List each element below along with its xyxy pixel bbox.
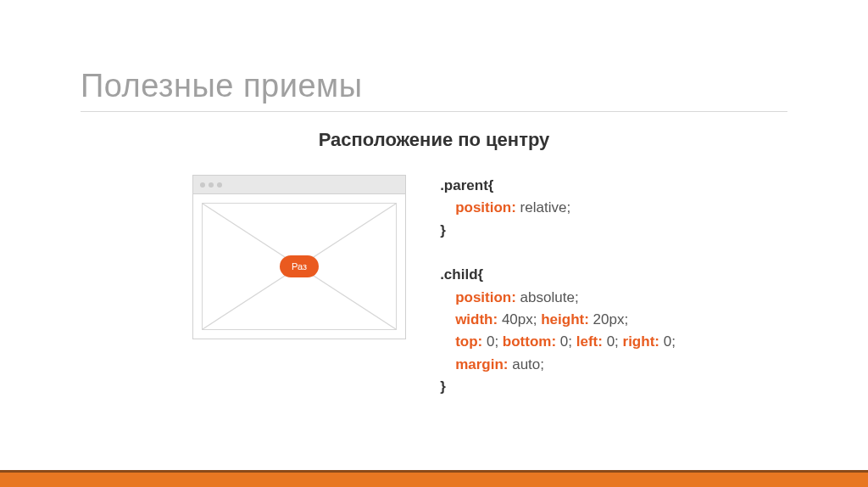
window-control-dot-icon xyxy=(217,182,222,188)
slide: Полезные приемы Расположение по центру Р… xyxy=(0,0,868,487)
code-line: } xyxy=(440,376,676,398)
css-prop: top: xyxy=(455,333,482,350)
css-val: 0; xyxy=(603,333,623,350)
css-prop: height: xyxy=(541,311,589,327)
brace-close: } xyxy=(440,222,446,238)
css-selector: .parent xyxy=(440,177,488,193)
brace-close: } xyxy=(440,378,446,395)
code-line: .child{ xyxy=(440,264,676,286)
css-val: 0; xyxy=(556,333,576,350)
css-val: relative; xyxy=(516,199,570,216)
css-selector: .child xyxy=(440,266,477,283)
window-control-dot-icon xyxy=(200,182,205,188)
css-prop: position: xyxy=(455,289,516,305)
css-val: 40px; xyxy=(498,311,541,327)
css-prop: bottom: xyxy=(503,333,556,350)
browser-mockup: Раз xyxy=(192,175,406,339)
css-prop: margin: xyxy=(455,356,508,372)
css-prop: position: xyxy=(455,199,516,216)
code-line: position: relative; xyxy=(440,197,676,219)
css-prop: left: xyxy=(576,333,603,350)
code-spacer xyxy=(440,242,676,264)
subtitle: Расположение по центру xyxy=(81,129,787,151)
css-val: 0; xyxy=(482,333,503,350)
code-line: top: 0; bottom: 0; left: 0; right: 0; xyxy=(440,331,676,353)
footer-accent-bar xyxy=(0,470,868,487)
css-val: absolute; xyxy=(516,289,579,305)
page-title: Полезные приемы xyxy=(81,68,787,112)
css-val: 20px; xyxy=(589,311,628,327)
code-line: } xyxy=(440,220,676,242)
brace-open: { xyxy=(478,266,484,283)
brace-open: { xyxy=(488,177,494,193)
css-prop: width: xyxy=(455,311,498,327)
window-control-dot-icon xyxy=(209,182,214,188)
centered-child-pill: Раз xyxy=(280,255,319,277)
css-val: 0; xyxy=(659,333,676,350)
css-prop: right: xyxy=(623,333,659,350)
code-example: .parent{ position: relative; } .child{ p… xyxy=(440,175,676,398)
browser-header xyxy=(193,176,405,194)
browser-viewport: Раз xyxy=(193,194,405,339)
content-row: Раз .parent{ position: relative; } .chil… xyxy=(81,175,787,398)
code-line: margin: auto; xyxy=(440,354,676,376)
code-line: .parent{ xyxy=(440,175,676,197)
code-line: width: 40px; height: 20px; xyxy=(440,309,676,331)
css-val: auto; xyxy=(508,356,544,372)
code-line: position: absolute; xyxy=(440,287,676,309)
placeholder-box: Раз xyxy=(202,203,397,330)
